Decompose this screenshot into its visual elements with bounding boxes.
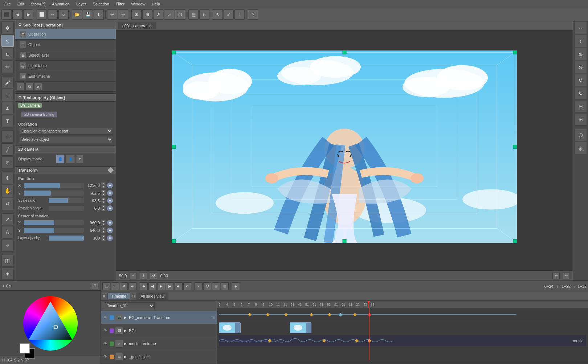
right-btn9[interactable]: ⬡: [575, 129, 587, 141]
timeline-tab-allsides[interactable]: All sides view: [136, 293, 168, 300]
right-btn8[interactable]: ⊞: [575, 113, 587, 126]
subtool-item-operation[interactable]: ⚙ Operation: [15, 29, 116, 40]
toolbar-lasso[interactable]: ⊾: [199, 9, 209, 20]
tool-pen[interactable]: ✏: [1, 61, 14, 73]
center-y-slider[interactable]: [24, 228, 84, 233]
vis-btn-bg-camera[interactable]: 👁: [102, 315, 108, 320]
menu-edit[interactable]: Edit: [15, 1, 27, 7]
timeline-next-frame-btn[interactable]: ▶: [166, 282, 174, 290]
subtool-delete-btn[interactable]: ✕: [34, 83, 42, 91]
toolbar-open[interactable]: 📂: [72, 9, 82, 20]
toolbar-cursor[interactable]: ↖: [213, 9, 223, 20]
selectable-select[interactable]: Selectable object: [18, 136, 113, 143]
toolbar-save[interactable]: 💾: [83, 9, 93, 20]
timeline-layer-go[interactable]: 👁 ▤ ▶ _go : 1 : cel: [101, 350, 217, 363]
toolbar-select2[interactable]: ▦: [188, 9, 199, 20]
toolbar-select[interactable]: ⬜: [37, 9, 47, 20]
y-down-arrow[interactable]: ▼: [101, 193, 106, 196]
timeline-snap-btn[interactable]: ⊟: [221, 282, 229, 290]
tool-hand[interactable]: ✋: [1, 185, 14, 197]
layer-expand-bg[interactable]: ▶: [124, 316, 127, 319]
canvas-undo-btn[interactable]: ↩: [552, 272, 560, 279]
tool-shape[interactable]: □: [1, 130, 14, 143]
timeline-play-btn[interactable]: ▶: [157, 282, 165, 290]
center-x-up[interactable]: ▲: [101, 220, 106, 222]
timeline-add-btn[interactable]: +: [111, 282, 119, 290]
vis-btn-music[interactable]: 👁: [102, 341, 108, 347]
timeline-goto-start-btn[interactable]: ⏮: [140, 282, 148, 290]
tool-lasso[interactable]: ⊾: [1, 48, 14, 60]
toolbar-redo[interactable]: ↪: [118, 9, 128, 20]
timeline-name-select[interactable]: Timeline_01: [104, 302, 155, 309]
right-btn4[interactable]: ⊖: [575, 61, 587, 73]
toolbar-transform2[interactable]: ⊕: [131, 9, 142, 20]
timeline-onion-btn[interactable]: ⬡: [203, 282, 211, 290]
layer-expand-bg2[interactable]: ▶: [124, 329, 127, 332]
x-diamond-btn[interactable]: ◆: [107, 183, 113, 188]
fg-swatch[interactable]: [20, 343, 30, 353]
right-btn2[interactable]: ↕: [575, 35, 587, 47]
toolbar-undo[interactable]: ↩: [107, 9, 117, 20]
toolbar-circle[interactable]: ○: [58, 9, 69, 20]
x-down-arrow[interactable]: ▼: [101, 185, 106, 188]
timeline-layer-bg-camera[interactable]: 👁 📷 ▶ BG_camera : Transform TB: [101, 311, 217, 324]
color-settings-btn[interactable]: ☰: [92, 283, 98, 289]
toolbar-rotate[interactable]: ↗: [153, 9, 163, 20]
toolbar-arrow-right[interactable]: ▶: [23, 9, 33, 20]
timeline-diamond-btn[interactable]: ◆: [232, 282, 240, 290]
tool-line[interactable]: ╱: [1, 143, 14, 156]
scale-diamond-btn[interactable]: ◆: [107, 198, 113, 204]
toolbar-arrow-left[interactable]: ◀: [12, 9, 23, 20]
canvas-tab-close-btn[interactable]: ✕: [149, 24, 152, 28]
y-slider[interactable]: [24, 191, 84, 196]
camera-section-header[interactable]: 2D camera: [15, 145, 116, 153]
y-up-arrow[interactable]: ▲: [101, 190, 106, 193]
timeline-record-btn[interactable]: ●: [195, 282, 203, 290]
rotation-down-arrow[interactable]: ▼: [101, 208, 106, 211]
menu-selection[interactable]: Selection: [90, 1, 112, 7]
toolbar-transform[interactable]: ↔: [48, 9, 58, 20]
timeline-layer-bg[interactable]: 👁 🖼 ▶ BG :: [101, 324, 217, 337]
tool-rotate[interactable]: ↺: [1, 198, 14, 210]
center-y-down[interactable]: ▼: [101, 230, 106, 233]
operation-select[interactable]: Operation of transparent part: [18, 128, 113, 135]
timeline-layer-music[interactable]: 👁 ♪ ▶ music : Volume: [101, 337, 217, 350]
tool-circle[interactable]: ○: [1, 239, 14, 251]
scale-slider[interactable]: [49, 198, 84, 203]
tool-3d[interactable]: ◈: [1, 267, 14, 280]
opacity-up[interactable]: ▲: [101, 235, 106, 238]
display-mode-dropdown[interactable]: ▼: [76, 155, 83, 163]
tool-arrow[interactable]: ↗: [1, 213, 14, 226]
toolbar-new[interactable]: ⬛: [1, 9, 12, 20]
tool-text2[interactable]: A: [1, 226, 14, 238]
menu-story[interactable]: Story(P): [28, 1, 48, 7]
vis-btn-bg[interactable]: 👁: [102, 328, 108, 334]
canvas-tab-main[interactable]: c001_camera ✕: [118, 22, 156, 29]
subtool-item-edittimeline[interactable]: ▤ Edit timeline: [15, 71, 116, 82]
color-wheel[interactable]: [23, 296, 78, 351]
timeline-goto-end-btn[interactable]: ⏭: [175, 282, 183, 290]
tool-zoom[interactable]: ⊕: [1, 172, 14, 184]
subtool-item-object[interactable]: ⊡ Object: [15, 40, 116, 50]
timeline-loop-btn[interactable]: ↺: [183, 282, 191, 290]
transform-section-header[interactable]: Transform: [15, 166, 116, 174]
menu-layer[interactable]: Layer: [73, 1, 89, 7]
zoom-in-btn[interactable]: +: [140, 272, 147, 279]
x-up-arrow[interactable]: ▲: [101, 182, 106, 185]
tool-fill[interactable]: ▲: [1, 102, 14, 114]
rotation-up-arrow[interactable]: ▲: [101, 205, 106, 208]
timeline-grid-btn[interactable]: ⊞: [212, 282, 220, 290]
subtool-add-btn[interactable]: +: [17, 83, 25, 91]
canvas-redo-btn[interactable]: ↪: [563, 272, 570, 279]
right-btn10[interactable]: ◈: [575, 142, 587, 154]
timeline-prev-frame-btn[interactable]: ◀: [148, 282, 156, 290]
toolbar-skew[interactable]: ⊿: [164, 9, 174, 20]
rotation-slider[interactable]: [49, 206, 84, 211]
tool-gradient[interactable]: ◫: [1, 255, 14, 267]
zoom-out-btn[interactable]: −: [130, 272, 137, 279]
opacity-slider[interactable]: [49, 236, 84, 241]
tool-move[interactable]: ✥: [1, 22, 14, 34]
center-x-down[interactable]: ▼: [101, 223, 106, 226]
center-x-diamond[interactable]: ◆: [107, 220, 113, 226]
center-y-diamond[interactable]: ◆: [107, 228, 113, 233]
